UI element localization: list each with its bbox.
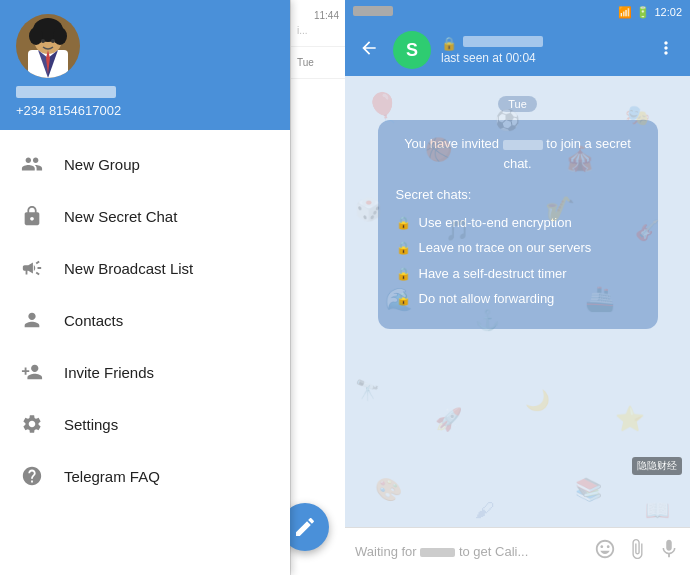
feature-text-4: Do not allow forwarding <box>419 289 555 309</box>
system-bubble: You have invited to join a secret chat. … <box>378 120 658 329</box>
drawer-item-new-secret-chat-label: New Secret Chat <box>64 208 177 225</box>
right-panel: 📶 🔋 12:02 S 🔒 last seen at 00:04 <box>345 0 690 575</box>
header-lock-icon: 🔒 <box>441 36 457 51</box>
drawer-item-settings[interactable]: Settings <box>0 398 290 450</box>
feature-text-3: Have a self-destruct timer <box>419 264 567 284</box>
status-right-right: 📶 🔋 12:02 <box>618 6 682 19</box>
settings-icon <box>20 412 44 436</box>
drawer-item-settings-label: Settings <box>64 416 118 433</box>
feature-text-1: Use end-to-end encryption <box>419 213 572 233</box>
feature-lock-1: 🔒 <box>396 214 411 232</box>
svg-text:🚀: 🚀 <box>435 406 463 433</box>
chat-input-icons <box>594 538 680 565</box>
feature-text-2: Leave no trace on our servers <box>419 238 592 258</box>
feature-lock-3: 🔒 <box>396 265 411 283</box>
svg-text:📚: 📚 <box>575 476 603 503</box>
svg-text:🎨: 🎨 <box>375 476 403 503</box>
feature-lock-2: 🔒 <box>396 239 411 257</box>
drawer-menu: +234 8154617002 New Group New Secret Ch <box>0 0 290 575</box>
feature-lock-4: 🔒 <box>396 290 411 308</box>
watermark: 隐隐财经 <box>632 457 682 475</box>
chat-input-placeholder: Waiting for to get Cali... <box>355 544 586 559</box>
drawer-item-broadcast-label: New Broadcast List <box>64 260 193 277</box>
svg-point-5 <box>41 39 45 43</box>
broadcast-icon <box>20 256 44 280</box>
drawer-avatar <box>16 14 80 78</box>
chat-header-status: last seen at 00:04 <box>441 51 642 65</box>
drawer-item-contacts[interactable]: Contacts <box>0 294 290 346</box>
back-button[interactable] <box>355 34 383 67</box>
chat-more-menu[interactable] <box>652 34 680 67</box>
behind-chat-item-1: 11:44 i... <box>291 0 345 47</box>
feature-item-3: 🔒 Have a self-destruct timer <box>396 264 640 284</box>
feature-item-4: 🔒 Do not allow forwarding <box>396 289 640 309</box>
contacts-icon <box>20 308 44 332</box>
drawer-header: +234 8154617002 <box>0 0 290 130</box>
status-bar-right: 📶 🔋 12:02 <box>345 0 690 24</box>
svg-point-4 <box>53 27 67 45</box>
chat-body: 🎈 🏀 ⚽ 🎪 🎭 🎲 🎵 🎷 🎸 🌊 ⚓ 🚢 🔭 🚀 🌙 ⭐ 🎨 🖌 📚 <box>345 76 690 527</box>
attach-icon[interactable] <box>626 538 648 565</box>
feature-item-1: 🔒 Use end-to-end encryption <box>396 213 640 233</box>
behind-msg-1: i... <box>297 25 339 36</box>
status-right-carrier <box>353 6 393 18</box>
section-title: Secret chats: <box>396 185 640 205</box>
drawer-item-invite-label: Invite Friends <box>64 364 154 381</box>
day-label: Tue <box>355 94 680 112</box>
invite-text: You have invited to join a secret chat. <box>396 134 640 173</box>
invite-icon <box>20 360 44 384</box>
drawer-item-new-broadcast[interactable]: New Broadcast List <box>0 242 290 294</box>
drawer-item-faq-label: Telegram FAQ <box>64 468 160 485</box>
drawer-phone: +234 8154617002 <box>16 103 274 118</box>
drawer-item-new-secret-chat[interactable]: New Secret Chat <box>0 190 290 242</box>
chat-input-area: Waiting for to get Cali... <box>345 527 690 575</box>
drawer-item-new-group-label: New Group <box>64 156 140 173</box>
svg-text:⭐: ⭐ <box>615 404 645 433</box>
chat-header: S 🔒 last seen at 00:04 <box>345 24 690 76</box>
drawer-item-new-group[interactable]: New Group <box>0 138 290 190</box>
svg-text:🔭: 🔭 <box>355 378 380 402</box>
feature-item-2: 🔒 Leave no trace on our servers <box>396 238 640 258</box>
svg-text:🌙: 🌙 <box>525 388 550 412</box>
behind-label-2: Tue <box>297 57 339 68</box>
faq-icon <box>20 464 44 488</box>
chat-header-info: 🔒 last seen at 00:04 <box>441 36 642 65</box>
lock-icon <box>20 204 44 228</box>
status-battery-right: 🔋 <box>636 6 650 19</box>
chat-avatar: S <box>393 31 431 69</box>
behind-time-1: 11:44 <box>297 10 339 21</box>
behind-drawer: 11:44 i... Tue <box>290 0 345 575</box>
chat-name-row: 🔒 <box>441 36 642 51</box>
svg-text:📖: 📖 <box>645 498 670 522</box>
chat-header-name <box>463 36 543 47</box>
drawer-item-invite-friends[interactable]: Invite Friends <box>0 346 290 398</box>
behind-chat-item-2: Tue <box>291 47 345 79</box>
group-icon <box>20 152 44 176</box>
drawer-item-faq[interactable]: Telegram FAQ <box>0 450 290 502</box>
mic-icon[interactable] <box>658 538 680 565</box>
svg-text:🖌: 🖌 <box>475 499 495 521</box>
emoji-icon[interactable] <box>594 538 616 565</box>
status-time-right: 12:02 <box>654 6 682 18</box>
drawer-items-list: New Group New Secret Chat New Broadcast … <box>0 130 290 575</box>
svg-point-6 <box>51 39 55 43</box>
drawer-item-contacts-label: Contacts <box>64 312 123 329</box>
svg-point-3 <box>29 27 43 45</box>
status-signal-icon: 📶 <box>618 6 632 19</box>
left-panel: 📶 📶 🔋 11:48 11:44 i... Tue <box>0 0 345 575</box>
drawer-profile-name <box>16 86 116 98</box>
